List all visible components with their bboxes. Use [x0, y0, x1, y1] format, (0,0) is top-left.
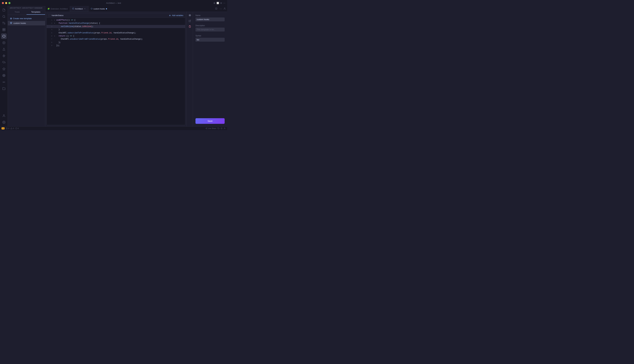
code-line: 5 ChatAPI.subscribeToPriendStatus(props.…	[47, 31, 185, 34]
upload-activity-icon[interactable]	[1, 60, 7, 65]
maximize-button[interactable]	[8, 2, 10, 4]
status-info[interactable]: 0	[15, 128, 19, 129]
svg-line-1	[4, 17, 5, 18]
svg-point-3	[3, 22, 4, 23]
rpanel-description-field: Description This template is for...	[196, 24, 225, 32]
warning-icon	[10, 128, 12, 129]
rpanel-delete-icon[interactable]	[187, 24, 192, 29]
more-titlebar-icon[interactable]: ⋯	[223, 2, 225, 4]
tab-bar-actions: ⋯	[213, 6, 227, 12]
split-editor-button[interactable]	[214, 7, 218, 10]
sidebar-toggle-icon[interactable]: ⊞	[214, 2, 215, 4]
code-panel-title: handleStatus	[52, 14, 64, 16]
titlebar-actions: ⊞ ⬜ ⊟ ⋯	[214, 2, 225, 4]
svg-point-15	[2, 74, 5, 77]
add-variables-button[interactable]: ⊕ Add variables	[169, 14, 183, 16]
svg-point-40	[224, 128, 225, 128]
editor-wrapper: ⛶ handleStatus ⊕ Add variables 1 ▾	[45, 12, 186, 126]
settings-activity-icon[interactable]	[1, 120, 7, 125]
rpanel-description-input[interactable]: This template is for...	[196, 28, 225, 32]
aws-activity-icon[interactable]: aws	[1, 79, 7, 85]
code-panel: ⛶ handleStatus ⊕ Add variables 1 ▾	[46, 13, 185, 125]
archittect-tab-icon	[72, 8, 74, 10]
tab-archittect-label: Archittect	[75, 8, 83, 10]
code-line: 8 };	[47, 41, 185, 44]
status-account-icon[interactable]	[224, 128, 226, 129]
split-layout-icon[interactable]: ⊟	[220, 2, 222, 4]
svg-marker-22	[91, 8, 92, 9]
star-activity-icon[interactable]	[1, 66, 7, 72]
tab-bar: 🧩 Extension: Archittect Archittect ✕	[45, 6, 227, 12]
create-new-label: Create new template	[13, 17, 32, 20]
tab-templates[interactable]: Templates	[26, 10, 45, 15]
collapse-panel-icon[interactable]: ⛶	[48, 14, 50, 16]
sidebar-content: ⊕ Create new template custom hooks	[8, 15, 45, 126]
bolt-activity-icon[interactable]	[1, 53, 7, 59]
create-new-template-button[interactable]: ⊕ Create new template	[8, 16, 45, 21]
rpanel-body: Name custom hooks Description This templ…	[193, 12, 227, 118]
status-warnings[interactable]: 0	[10, 128, 14, 129]
rpanel-syntax-value[interactable]: tsx	[196, 38, 225, 42]
live-share-button[interactable]: Live Share	[206, 128, 216, 129]
tab-archittect[interactable]: Archittect ✕	[70, 6, 88, 12]
save-button[interactable]: Save	[196, 118, 225, 124]
rpanel-edit-icon[interactable]	[187, 18, 192, 24]
status-errors[interactable]: 0	[6, 128, 9, 129]
svg-point-17	[4, 75, 4, 76]
status-bell-icon[interactable]	[220, 128, 222, 129]
template-item-label: custom hooks	[14, 22, 26, 24]
archittect-activity-icon[interactable]	[1, 33, 7, 39]
svg-point-2	[4, 24, 5, 24]
svg-marker-12	[3, 54, 5, 57]
fold-icon[interactable]: ▾	[54, 19, 56, 22]
target-activity-icon[interactable]	[1, 73, 7, 78]
search-activity-icon[interactable]	[1, 14, 7, 19]
tab-trees[interactable]: Trees	[8, 10, 26, 15]
plus-variables-icon: ⊕	[169, 14, 171, 16]
user-icon[interactable]	[224, 7, 226, 10]
minimize-button[interactable]	[5, 2, 7, 4]
code-line: 7 ChatAPI.unsubscribeFromFriendStatus(pr…	[47, 38, 185, 41]
plus-icon: ⊕	[10, 17, 12, 20]
beaker-activity-icon[interactable]	[1, 46, 7, 52]
source-control-activity-icon[interactable]	[1, 20, 7, 26]
editor-tab-label[interactable]: custom hooks	[94, 8, 105, 10]
svg-rect-5	[2, 28, 4, 30]
live-share-icon	[206, 128, 207, 129]
template-item-custom-hooks[interactable]: custom hooks	[8, 21, 45, 26]
rpanel-icons	[187, 12, 193, 126]
files-activity-icon[interactable]	[1, 7, 7, 13]
fold-icon[interactable]: ▾	[54, 35, 56, 38]
rpanel-name-value[interactable]: custom hooks	[196, 18, 225, 21]
titlebar: Archittect — test ⊞ ⬜ ⊟ ⋯	[0, 0, 227, 6]
editor-tab-dirty-indicator	[106, 8, 107, 9]
tab-extension-label: Extension: Archittect	[51, 8, 68, 10]
tab-extension-archittect[interactable]: 🧩 Extension: Archittect	[45, 6, 70, 12]
tab-close-button[interactable]: ✕	[84, 8, 86, 10]
folder-activity-icon[interactable]	[1, 86, 7, 92]
window-controls	[2, 2, 10, 4]
rpanel-name-field: Name custom hooks	[196, 14, 225, 21]
status-sync-icon[interactable]	[218, 128, 219, 129]
live-share-label: Live Share	[208, 128, 216, 129]
right-panel: Name custom hooks Description This templ…	[186, 12, 227, 126]
code-line: 6 ▾ return () => {	[47, 34, 185, 38]
code-line: 1 ▾ useEffect(() => {	[47, 18, 185, 22]
status-right: Live Share	[206, 128, 226, 129]
debug-activity-icon[interactable]	[1, 40, 7, 46]
rpanel-settings-icon[interactable]	[187, 13, 192, 18]
svg-line-39	[206, 128, 207, 128]
fold-icon[interactable]: ▾	[54, 22, 56, 25]
more-options-button[interactable]: ⋯	[219, 7, 223, 11]
layers-icon	[10, 22, 12, 24]
extensions-activity-icon[interactable]	[1, 27, 7, 32]
status-brand[interactable]: Y	[2, 127, 4, 130]
close-button[interactable]	[2, 2, 4, 4]
code-content[interactable]: 1 ▾ useEffect(() => { 2 ▾ function handl…	[47, 18, 185, 125]
code-panel-header: ⛶ handleStatus ⊕ Add variables	[47, 13, 185, 18]
rpanel-name-label: Name	[196, 14, 225, 16]
layout-icon[interactable]: ⬜	[216, 2, 219, 4]
svg-point-36	[206, 128, 206, 128]
account-activity-icon[interactable]	[1, 113, 7, 118]
svg-point-25	[224, 8, 225, 8]
